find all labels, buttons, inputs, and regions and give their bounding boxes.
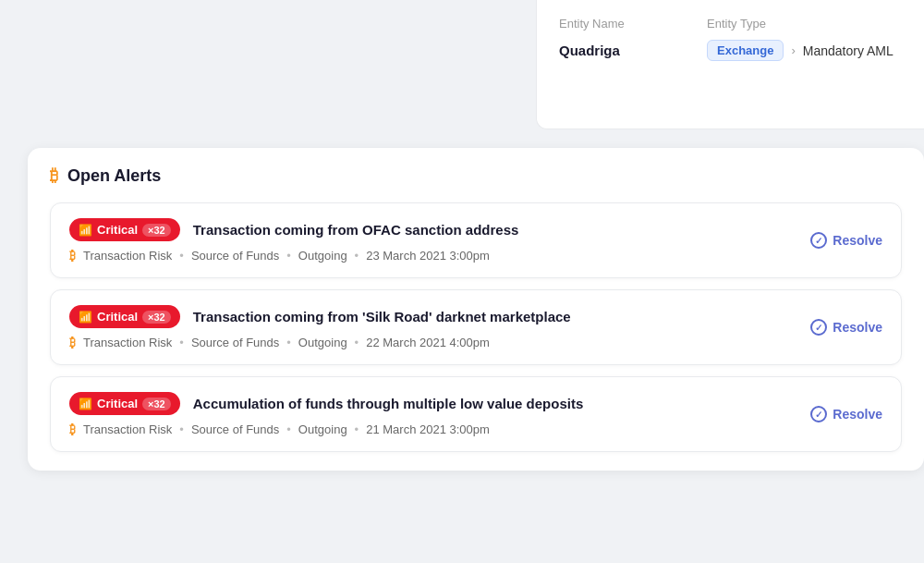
- resolve-label: Resolve: [833, 233, 882, 248]
- resolve-button[interactable]: ✓ Resolve: [810, 319, 882, 336]
- dot-1: •: [179, 249, 184, 263]
- alert-top-row: 📶 Critical ×32 Accumulation of funds thr…: [69, 392, 583, 415]
- dot-1: •: [179, 336, 184, 349]
- signal-icon: 📶: [79, 311, 92, 324]
- resolve-label: Resolve: [833, 407, 882, 422]
- alert-card: 📶 Critical ×32 Accumulation of funds thr…: [50, 376, 902, 452]
- resolve-button[interactable]: ✓ Resolve: [810, 406, 882, 422]
- meta-source: Source of Funds: [191, 422, 279, 436]
- alerts-container: 📶 Critical ×32 Transaction coming from O…: [50, 202, 902, 452]
- meta-source: Source of Funds: [191, 249, 279, 263]
- meta-risk: Transaction Risk: [83, 249, 172, 263]
- check-icon: ✓: [810, 232, 827, 249]
- badge-label: Critical: [97, 397, 138, 410]
- alert-card: 📶 Critical ×32 Transaction coming from O…: [50, 202, 902, 278]
- dot-2: •: [286, 336, 291, 349]
- badge-count: ×32: [142, 224, 171, 237]
- alert-title: Transaction coming from OFAC sanction ad…: [193, 222, 519, 238]
- signal-icon: 📶: [79, 398, 92, 410]
- meta-risk: Transaction Risk: [83, 422, 172, 436]
- section-header: ₿ Open Alerts: [50, 166, 902, 186]
- open-alerts-section: ₿ Open Alerts 📶 Critical ×32 Transaction…: [28, 148, 924, 471]
- bitcoin-header-icon: ₿: [50, 166, 58, 186]
- alert-top-row: 📶 Critical ×32 Transaction coming from O…: [69, 218, 518, 241]
- chevron-right-icon: ›: [791, 43, 795, 57]
- meta-risk: Transaction Risk: [83, 336, 172, 349]
- critical-badge: 📶 Critical ×32: [69, 218, 180, 241]
- meta-direction: Outgoing: [298, 249, 347, 263]
- alert-title: Accumulation of funds through multiple l…: [193, 396, 584, 411]
- bitcoin-small-icon: ₿: [69, 336, 76, 349]
- badge-label: Critical: [97, 310, 138, 324]
- entity-name-label: Entity Name: [559, 17, 707, 31]
- check-icon: ✓: [810, 319, 827, 336]
- entity-type-col: Exchange › Mandatory AML: [707, 40, 894, 61]
- badge-label: Critical: [97, 223, 138, 237]
- section-title: Open Alerts: [67, 166, 161, 186]
- entity-panel: Entity Name Entity Type Quadriga Exchang…: [536, 0, 924, 129]
- main-content: ₿ Open Alerts 📶 Critical ×32 Transaction…: [18, 148, 924, 563]
- alert-left: 📶 Critical ×32 Transaction coming from O…: [69, 218, 518, 263]
- critical-badge: 📶 Critical ×32: [69, 305, 180, 328]
- alert-left: 📶 Critical ×32 Transaction coming from '…: [69, 305, 571, 349]
- dot-3: •: [355, 249, 359, 263]
- meta-date: 22 March 2021 4:00pm: [366, 336, 490, 349]
- badge-count: ×32: [142, 398, 171, 410]
- meta-date: 23 March 2021 3:00pm: [366, 249, 490, 263]
- meta-source: Source of Funds: [191, 336, 279, 349]
- alert-card: 📶 Critical ×32 Transaction coming from '…: [50, 289, 902, 365]
- signal-icon: 📶: [79, 224, 92, 237]
- check-icon: ✓: [810, 406, 827, 422]
- entity-type-label: Entity Type: [707, 17, 855, 31]
- dot-2: •: [286, 249, 291, 263]
- entity-name-value: Quadriga: [559, 43, 620, 58]
- dot-2: •: [286, 422, 291, 436]
- alert-meta: ₿ Transaction Risk • Source of Funds • O…: [69, 422, 583, 436]
- entity-type-text: Mandatory AML: [803, 43, 894, 58]
- meta-direction: Outgoing: [298, 422, 347, 436]
- bitcoin-small-icon: ₿: [69, 422, 76, 436]
- alert-meta: ₿ Transaction Risk • Source of Funds • O…: [69, 336, 571, 349]
- meta-date: 21 March 2021 3:00pm: [366, 422, 490, 436]
- dot-3: •: [355, 422, 359, 436]
- bitcoin-small-icon: ₿: [69, 249, 76, 263]
- dot-3: •: [355, 336, 359, 349]
- resolve-button[interactable]: ✓ Resolve: [810, 232, 882, 249]
- resolve-label: Resolve: [833, 320, 882, 335]
- alert-top-row: 📶 Critical ×32 Transaction coming from '…: [69, 305, 571, 328]
- critical-badge: 📶 Critical ×32: [69, 392, 180, 415]
- dot-1: •: [179, 422, 184, 436]
- alert-meta: ₿ Transaction Risk • Source of Funds • O…: [69, 249, 518, 263]
- badge-count: ×32: [142, 311, 171, 324]
- alert-title: Transaction coming from 'Silk Road' dark…: [193, 309, 571, 324]
- meta-direction: Outgoing: [298, 336, 347, 349]
- entity-type-badge[interactable]: Exchange: [707, 40, 784, 61]
- alert-left: 📶 Critical ×32 Accumulation of funds thr…: [69, 392, 583, 436]
